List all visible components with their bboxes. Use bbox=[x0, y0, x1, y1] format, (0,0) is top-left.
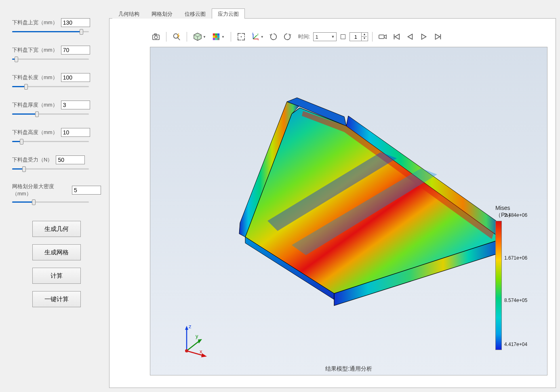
prev-frame-icon[interactable] bbox=[404, 31, 416, 43]
svg-point-51 bbox=[185, 349, 188, 352]
param-input[interactable] bbox=[72, 186, 101, 195]
legend-tick: 4.417e+04 bbox=[504, 342, 527, 347]
next-frame-icon[interactable] bbox=[432, 31, 444, 43]
param-slider[interactable] bbox=[12, 56, 89, 62]
svg-marker-43 bbox=[185, 326, 188, 330]
svg-text:z: z bbox=[189, 323, 192, 329]
render-canvas[interactable]: z y x Mises （Pa） 2.484e+061.671e+068.57 bbox=[150, 47, 547, 375]
param-slider[interactable] bbox=[12, 166, 89, 172]
svg-rect-8 bbox=[215, 34, 217, 36]
stress-contour-model bbox=[211, 88, 502, 314]
svg-rect-12 bbox=[217, 36, 220, 38]
svg-text:y: y bbox=[257, 33, 259, 36]
legend-tick: 1.671e+06 bbox=[504, 255, 527, 261]
svg-marker-29 bbox=[422, 34, 426, 40]
param-label: 下料盘高度（mm） bbox=[12, 129, 58, 136]
svg-point-3 bbox=[174, 34, 178, 38]
param-label: 网格划分最大密度（mm） bbox=[12, 183, 69, 197]
svg-marker-25 bbox=[384, 35, 387, 38]
tab-bar: 几何结构网格划分位移云图应力云图 bbox=[109, 8, 556, 19]
svg-rect-2 bbox=[154, 34, 156, 35]
frame-input[interactable] bbox=[350, 34, 361, 40]
param-input[interactable] bbox=[56, 155, 85, 164]
param-slider[interactable] bbox=[12, 84, 89, 89]
render-mode-icon[interactable]: ▼ bbox=[191, 31, 208, 43]
result-model-label: 结果模型:通用分析 bbox=[325, 365, 372, 373]
param-slider[interactable] bbox=[12, 111, 89, 117]
param-input[interactable] bbox=[61, 101, 90, 109]
camera-icon[interactable] bbox=[150, 31, 162, 43]
svg-rect-7 bbox=[213, 34, 215, 36]
time-select[interactable]: 1▼ bbox=[313, 32, 337, 41]
colormap-icon[interactable]: ▼ bbox=[210, 31, 227, 43]
svg-point-1 bbox=[154, 36, 157, 39]
svg-rect-14 bbox=[215, 38, 217, 40]
param-label: 下料盘受力（N） bbox=[12, 156, 53, 164]
param-label: 下料盘下宽（mm） bbox=[12, 46, 58, 54]
legend-quantity: Mises bbox=[495, 205, 510, 211]
param-label: 下料盘厚度（mm） bbox=[12, 101, 58, 109]
calculate-button[interactable]: 计算 bbox=[32, 268, 81, 284]
tab-0[interactable]: 几何结构 bbox=[112, 8, 145, 19]
svg-marker-30 bbox=[436, 34, 440, 40]
color-legend: Mises （Pa） 2.484e+061.671e+068.574e+054.… bbox=[495, 205, 540, 350]
rotate-cw-icon[interactable] bbox=[267, 31, 280, 43]
svg-line-45 bbox=[187, 341, 200, 351]
param-input[interactable] bbox=[61, 46, 90, 55]
param-input[interactable] bbox=[61, 128, 90, 137]
svg-rect-11 bbox=[215, 36, 217, 38]
axis-triad-icon[interactable]: zxy▼ bbox=[249, 31, 266, 43]
time-label: 时间: bbox=[298, 33, 310, 40]
svg-line-4 bbox=[178, 38, 180, 40]
param-slider[interactable] bbox=[12, 29, 89, 34]
video-camera-icon[interactable] bbox=[377, 31, 389, 43]
play-icon[interactable] bbox=[418, 31, 430, 43]
generate-mesh-button[interactable]: 生成网格 bbox=[32, 244, 81, 260]
frame-spinner[interactable]: ▲▼ bbox=[349, 32, 368, 41]
axis-triad: z y x bbox=[175, 323, 211, 359]
svg-marker-28 bbox=[408, 34, 413, 40]
svg-text:x: x bbox=[257, 38, 259, 41]
sidebar: 下料盘上宽（mm） 下料盘下宽（mm） 下料盘长度（mm） 下料盘厚度（mm bbox=[4, 8, 109, 388]
result-viewer: ▼ ▼ zxy▼ 时间: 1▼ ▲▼ bbox=[109, 19, 556, 388]
svg-rect-10 bbox=[213, 36, 215, 38]
viewer-toolbar: ▼ ▼ zxy▼ 时间: 1▼ ▲▼ bbox=[150, 30, 547, 44]
param-input[interactable] bbox=[61, 18, 90, 27]
tab-2[interactable]: 位移云图 bbox=[179, 8, 212, 19]
svg-rect-24 bbox=[379, 35, 384, 38]
legend-colorbar bbox=[495, 221, 502, 350]
tab-1[interactable]: 网格划分 bbox=[145, 8, 179, 19]
legend-tick: 8.574e+05 bbox=[504, 298, 527, 303]
first-frame-icon[interactable] bbox=[390, 31, 402, 43]
stop-icon[interactable] bbox=[338, 31, 348, 43]
svg-line-20 bbox=[253, 35, 257, 39]
param-label: 下料盘长度（mm） bbox=[12, 74, 58, 81]
svg-marker-27 bbox=[395, 34, 400, 40]
svg-text:x: x bbox=[200, 348, 202, 354]
svg-point-17 bbox=[240, 36, 242, 38]
param-label: 下料盘上宽（mm） bbox=[12, 19, 58, 26]
svg-rect-9 bbox=[217, 34, 220, 36]
svg-text:y: y bbox=[196, 333, 198, 339]
legend-tick: 2.484e+06 bbox=[504, 212, 527, 218]
one-click-calculate-button[interactable]: 一键计算 bbox=[32, 291, 81, 307]
svg-rect-13 bbox=[213, 38, 215, 40]
svg-text:z: z bbox=[252, 32, 253, 35]
zoom-lightning-icon[interactable] bbox=[171, 31, 183, 43]
svg-marker-46 bbox=[198, 339, 202, 344]
generate-geometry-button[interactable]: 生成几何 bbox=[32, 221, 81, 237]
param-slider[interactable] bbox=[12, 199, 89, 205]
tab-3[interactable]: 应力云图 bbox=[212, 8, 245, 19]
param-input[interactable] bbox=[61, 73, 90, 82]
svg-rect-15 bbox=[217, 38, 220, 40]
rotate-ccw-icon[interactable] bbox=[281, 31, 293, 43]
param-slider[interactable] bbox=[12, 138, 89, 144]
fit-view-icon[interactable] bbox=[235, 31, 247, 43]
